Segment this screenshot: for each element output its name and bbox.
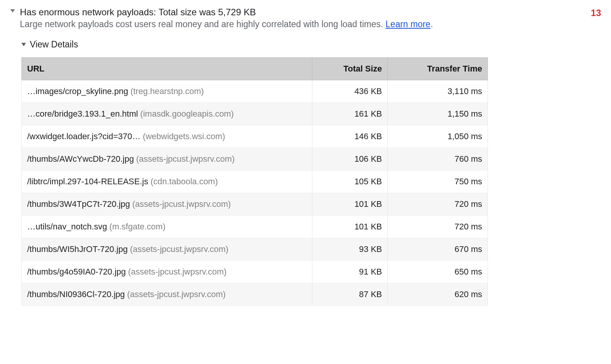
url-host: (assets-jpcust.jwpsrv.com) xyxy=(130,244,229,254)
transfer-time-cell: 760 ms xyxy=(388,148,488,171)
table-row: /wxwidget.loader.js?cid=370…(webwidgets.… xyxy=(22,125,488,148)
transfer-time-cell: 720 ms xyxy=(388,216,488,238)
url-cell: /thumbs/AWcYwcDb-720.jpg(assets-jpcust.j… xyxy=(22,148,312,171)
url-host: (assets-jpcust.jwpsrv.com) xyxy=(136,154,235,164)
url-cell: …core/bridge3.193.1_en.html(imasdk.googl… xyxy=(22,103,312,125)
audit-description-text: Large network payloads cost users real m… xyxy=(20,19,385,29)
table-row: …core/bridge3.193.1_en.html(imasdk.googl… xyxy=(22,103,488,125)
total-size-cell: 161 KB xyxy=(312,103,388,125)
url-path[interactable]: /thumbs/3W4TpC7t-720.jpg xyxy=(27,199,130,209)
payloads-table: URL Total Size Transfer Time …images/cro… xyxy=(21,57,488,306)
url-cell: /thumbs/WI5hJrOT-720.jpg(assets-jpcust.j… xyxy=(22,238,312,261)
url-cell: /thumbs/NI0936Cl-720.jpg(assets-jpcust.j… xyxy=(22,283,312,306)
view-details-label: View Details xyxy=(30,39,78,50)
total-size-cell: 101 KB xyxy=(312,216,388,238)
table-row: /thumbs/AWcYwcDb-720.jpg(assets-jpcust.j… xyxy=(22,148,488,171)
url-host: (m.sfgate.com) xyxy=(109,222,166,231)
url-host: (assets-jpcust.jwpsrv.com) xyxy=(128,267,227,276)
url-cell: /thumbs/g4o59IA0-720.jpg(assets-jpcust.j… xyxy=(22,261,312,283)
url-path[interactable]: …core/bridge3.193.1_en.html xyxy=(27,109,138,119)
total-size-cell: 146 KB xyxy=(312,125,388,148)
url-cell: /thumbs/3W4TpC7t-720.jpg(assets-jpcust.j… xyxy=(22,193,312,216)
audit-description-period: . xyxy=(431,19,433,29)
total-size-cell: 93 KB xyxy=(312,238,388,261)
transfer-time-cell: 1,050 ms xyxy=(388,125,488,148)
audit-disclosure-toggle[interactable] xyxy=(10,9,15,13)
column-header-url: URL xyxy=(22,58,312,80)
transfer-time-cell: 750 ms xyxy=(388,171,488,193)
total-size-cell: 91 KB xyxy=(312,261,388,283)
url-host: (imasdk.googleapis.com) xyxy=(140,109,234,119)
url-path[interactable]: /thumbs/AWcYwcDb-720.jpg xyxy=(27,154,134,164)
url-path[interactable]: /wxwidget.loader.js?cid=370… xyxy=(27,132,141,141)
transfer-time-cell: 670 ms xyxy=(388,238,488,261)
transfer-time-cell: 3,110 ms xyxy=(388,80,488,103)
url-cell: /libtrc/impl.297-104-RELEASE.js(cdn.tabo… xyxy=(22,171,312,193)
total-size-cell: 106 KB xyxy=(312,148,388,171)
audit-score-badge: 13 xyxy=(591,7,604,18)
url-path[interactable]: …utils/nav_notch.svg xyxy=(27,222,107,231)
total-size-cell: 87 KB xyxy=(312,283,388,306)
table-row: …utils/nav_notch.svg(m.sfgate.com)101 KB… xyxy=(22,216,488,238)
table-row: /thumbs/WI5hJrOT-720.jpg(assets-jpcust.j… xyxy=(22,238,488,261)
url-path[interactable]: /libtrc/impl.297-104-RELEASE.js xyxy=(27,177,148,186)
total-size-cell: 101 KB xyxy=(312,193,388,216)
view-details-toggle[interactable] xyxy=(21,43,26,46)
url-path[interactable]: …images/crop_skyline.png xyxy=(27,86,128,96)
url-path[interactable]: /thumbs/g4o59IA0-720.jpg xyxy=(27,267,126,276)
url-path[interactable]: /thumbs/WI5hJrOT-720.jpg xyxy=(27,244,128,254)
url-host: (assets-jpcust.jwpsrv.com) xyxy=(132,199,231,209)
table-row: /libtrc/impl.297-104-RELEASE.js(cdn.tabo… xyxy=(22,171,488,193)
table-row: …images/crop_skyline.png(treg.hearstnp.c… xyxy=(22,80,488,103)
column-header-total-size: Total Size xyxy=(312,58,388,80)
table-row: /thumbs/3W4TpC7t-720.jpg(assets-jpcust.j… xyxy=(22,193,488,216)
total-size-cell: 436 KB xyxy=(312,80,388,103)
transfer-time-cell: 1,150 ms xyxy=(388,103,488,125)
transfer-time-cell: 650 ms xyxy=(388,261,488,283)
url-cell: …images/crop_skyline.png(treg.hearstnp.c… xyxy=(22,80,312,103)
column-header-transfer-time: Transfer Time xyxy=(388,58,488,80)
url-cell: …utils/nav_notch.svg(m.sfgate.com) xyxy=(22,216,312,238)
transfer-time-cell: 720 ms xyxy=(388,193,488,216)
url-host: (assets-jpcust.jwpsrv.com) xyxy=(127,289,226,299)
url-host: (cdn.taboola.com) xyxy=(151,177,218,186)
audit-title: Has enormous network payloads: Total siz… xyxy=(20,7,587,18)
url-host: (webwidgets.wsi.com) xyxy=(143,132,225,141)
learn-more-link[interactable]: Learn more xyxy=(385,19,431,29)
audit-description: Large network payloads cost users real m… xyxy=(20,19,587,29)
url-path[interactable]: /thumbs/NI0936Cl-720.jpg xyxy=(27,289,125,299)
url-host: (treg.hearstnp.com) xyxy=(130,86,204,96)
url-cell: /wxwidget.loader.js?cid=370…(webwidgets.… xyxy=(22,125,312,148)
total-size-cell: 105 KB xyxy=(312,171,388,193)
table-row: /thumbs/NI0936Cl-720.jpg(assets-jpcust.j… xyxy=(22,283,488,306)
transfer-time-cell: 620 ms xyxy=(388,283,488,306)
table-row: /thumbs/g4o59IA0-720.jpg(assets-jpcust.j… xyxy=(22,261,488,283)
